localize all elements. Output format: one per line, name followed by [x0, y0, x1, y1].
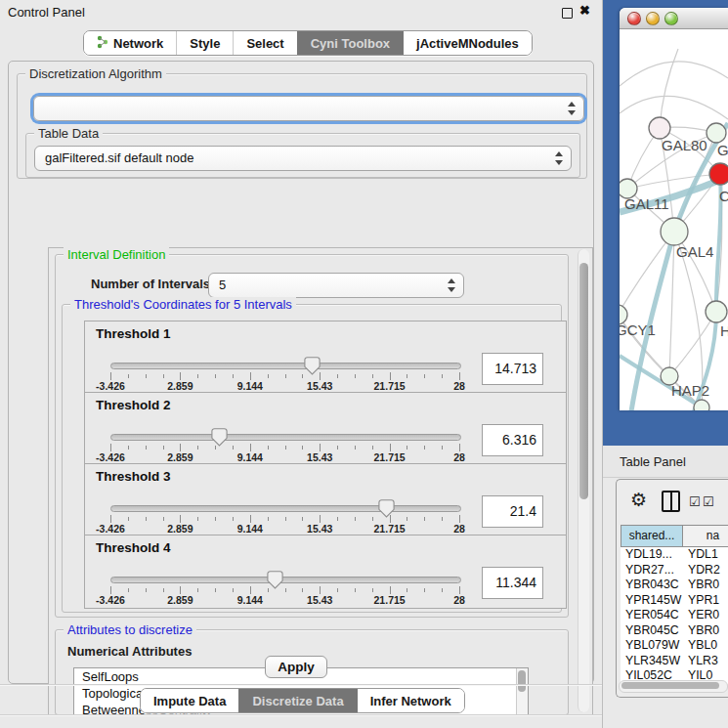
tab-cyni-toolbox[interactable]: Cyni Toolbox	[297, 31, 403, 55]
network-canvas[interactable]: GAL80GACGAL11GAL4GCY1HHAP2	[620, 29, 728, 410]
apply-button[interactable]: Apply	[265, 656, 327, 678]
tick-mark	[128, 588, 129, 592]
tick-mark	[390, 372, 391, 380]
network-edge[interactable]	[620, 62, 728, 86]
network-node[interactable]	[661, 218, 688, 245]
gear-icon[interactable]: ⚙	[630, 489, 647, 511]
slider-track[interactable]	[110, 505, 461, 512]
tick-label: 2.859	[167, 594, 193, 606]
threshold-slider[interactable]: -3.4262.8599.14415.4321.71528	[110, 430, 459, 461]
tick-label: -3.426	[96, 451, 125, 463]
threshold-slider[interactable]: -3.4262.8599.14415.4321.71528	[110, 501, 459, 533]
threshold-value-field[interactable]: 21.4	[482, 495, 543, 528]
slider-track[interactable]	[110, 434, 461, 441]
discretization-algorithm-label: Discretization Algorithm	[25, 66, 166, 81]
divider	[0, 714, 602, 716]
number-of-intervals-value: 5	[219, 278, 226, 292]
close-traffic-light-icon[interactable]	[627, 12, 641, 25]
network-edge[interactable]	[620, 232, 674, 315]
algorithm-combo[interactable]	[33, 96, 584, 121]
tick-mark	[302, 588, 303, 592]
minimize-traffic-light-icon[interactable]	[646, 12, 660, 25]
tab-jactivemnodules[interactable]: jActiveMNodules	[403, 31, 532, 55]
table-row[interactable]: YBR045CYBR0	[621, 623, 728, 639]
tick-label: 9.144	[237, 380, 263, 392]
tick-mark	[110, 372, 111, 380]
slider-tick-labels: -3.4262.8599.14415.4321.71528	[110, 380, 459, 392]
network-window: GAL80GACGAL11GAL4GCY1HHAP2	[620, 8, 728, 410]
network-window-frame: GAL80GACGAL11GAL4GCY1HHAP2	[603, 0, 728, 446]
tick-mark	[302, 374, 303, 378]
zoom-traffic-light-icon[interactable]	[664, 12, 678, 25]
tick-mark	[215, 517, 216, 521]
threshold-value-field[interactable]: 14.713	[482, 353, 543, 385]
tick-mark	[128, 374, 129, 378]
network-node-label: H	[720, 322, 728, 339]
table-row[interactable]: YBR043CYBR0	[621, 578, 728, 593]
tick-mark	[215, 588, 216, 592]
network-edge[interactable]	[620, 96, 728, 119]
checkbox-icon[interactable]: ☑	[703, 494, 714, 509]
checkbox-icon[interactable]: ☑	[689, 494, 701, 509]
table-row[interactable]: YER054CYER0	[621, 608, 728, 623]
divider	[0, 684, 602, 686]
network-node[interactable]	[709, 163, 728, 185]
control-panel-titlebar: Control Panel ✖	[0, 0, 602, 23]
network-graph[interactable]: GAL80GACGAL11GAL4GCY1HHAP2	[620, 29, 728, 410]
tab-network[interactable]: Network	[84, 31, 176, 55]
stepper-icon	[568, 102, 576, 115]
table-rows: YDL19...YDL1YDR27...YDR2YBR043CYBR0YPR14…	[621, 547, 728, 684]
table-row[interactable]: YLR345WYLR3	[621, 654, 728, 669]
tab-infer-network[interactable]: Infer Network	[357, 689, 464, 712]
network-node[interactable]	[694, 400, 709, 410]
network-edge[interactable]	[660, 49, 678, 128]
float-window-icon[interactable]	[562, 8, 573, 19]
table-cell: YDR27...	[621, 563, 683, 578]
close-icon[interactable]: ✖	[579, 3, 590, 18]
tab-impute-data[interactable]: Impute Data	[141, 689, 238, 712]
threshold-value-field[interactable]: 6.316	[482, 424, 543, 456]
threshold-value-field[interactable]: 11.344	[482, 567, 543, 599]
column-header-na[interactable]: na	[683, 525, 728, 547]
tick-mark	[163, 517, 164, 521]
settings-scrollbar[interactable]	[578, 249, 589, 712]
table-row[interactable]: YDL19...YDL1	[621, 547, 728, 563]
table-data-combo-value: galFiltered.sif default node	[45, 150, 193, 165]
scrollbar-thumb[interactable]	[518, 670, 526, 692]
slider-track[interactable]	[110, 363, 461, 369]
split-columns-icon[interactable]	[662, 491, 680, 512]
tick-mark	[233, 517, 234, 521]
tick-label: 2.859	[167, 451, 193, 463]
tab-style[interactable]: Style	[176, 31, 233, 55]
threshold-panel: Threshold 4 -3.4262.8599.14415.4321.7152…	[84, 535, 567, 609]
tick-mark	[180, 586, 181, 594]
tick-mark	[285, 446, 286, 450]
attributes-group-label: Attributes to discretize	[64, 622, 196, 637]
table-row[interactable]: YPR145WYPR1	[621, 593, 728, 609]
number-of-intervals-combo[interactable]: 5	[208, 273, 464, 298]
scrollbar-thumb[interactable]	[579, 263, 588, 499]
scrollbar-thumb[interactable]	[621, 682, 719, 689]
network-node[interactable]	[649, 117, 670, 139]
table-row[interactable]: YBL079WYBL0	[621, 638, 728, 654]
tick-mark	[268, 588, 269, 592]
threshold-slider[interactable]: -3.4262.8599.14415.4321.71528	[110, 359, 459, 390]
column-header-shared[interactable]: shared...	[621, 525, 683, 547]
tab-select[interactable]: Select	[233, 31, 296, 55]
network-edge-highlighted[interactable]	[694, 174, 721, 410]
tick-mark	[372, 446, 373, 450]
network-node[interactable]	[706, 301, 727, 322]
table-row[interactable]: YDR27...YDR2	[621, 563, 728, 578]
tick-mark	[355, 374, 356, 378]
slider-track[interactable]	[110, 577, 461, 583]
threshold-slider[interactable]: -3.4262.8599.14415.4321.71528	[110, 573, 459, 604]
network-node[interactable]	[707, 123, 726, 143]
attributes-scrollbar[interactable]	[516, 668, 528, 715]
table-cell: YBR045C	[621, 623, 683, 639]
tab-discretize-data[interactable]: Discretize Data	[238, 689, 356, 712]
threshold-label: Threshold 4	[96, 540, 171, 555]
table-horizontal-scrollbar[interactable]	[619, 680, 728, 693]
table-data-group: Table Data galFiltered.sif default node	[25, 133, 580, 178]
tab-label: Infer Network	[370, 694, 451, 708]
table-data-combo[interactable]: galFiltered.sif default node	[34, 146, 572, 171]
